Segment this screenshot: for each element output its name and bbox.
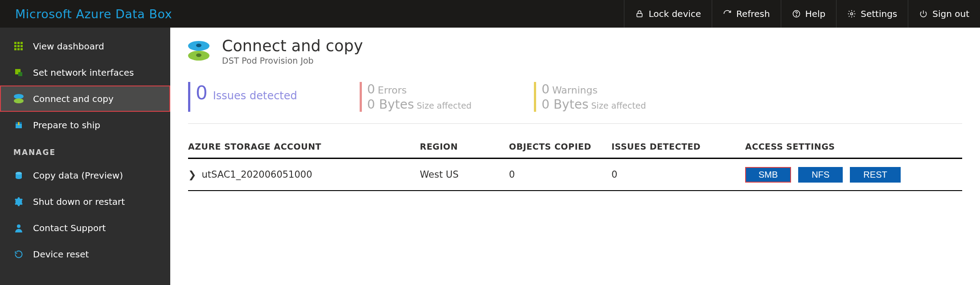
storage-table: AZURE STORAGE ACCOUNT REGION OBJECTS COP… xyxy=(188,142,962,191)
stat-warnings: 0Warnings 0 BytesSize affected xyxy=(534,82,646,112)
svg-rect-8 xyxy=(17,45,20,47)
sidebar-item-support[interactable]: Contact Support xyxy=(0,215,170,241)
col-objects: OBJECTS COPIED xyxy=(509,142,611,151)
svg-rect-17 xyxy=(18,122,20,125)
chevron-right-icon[interactable]: ❯ xyxy=(188,169,196,180)
col-issues: ISSUES DETECTED xyxy=(611,142,745,151)
help-button[interactable]: Help xyxy=(781,0,836,28)
svg-point-19 xyxy=(16,172,22,175)
disc-icon xyxy=(13,94,24,104)
refresh-label: Refresh xyxy=(736,8,770,19)
main-panel: Connect and copy DST Pod Provision Job 0… xyxy=(170,28,980,285)
col-account: AZURE STORAGE ACCOUNT xyxy=(188,142,420,151)
page-subtitle: DST Pod Provision Job xyxy=(222,56,363,65)
topbar: Microsoft Azure Data Box Lock device Ref… xyxy=(0,0,980,28)
svg-rect-6 xyxy=(21,42,23,44)
cell-issues: 0 xyxy=(611,169,745,180)
sidebar-item-label: Copy data (Preview) xyxy=(33,170,123,181)
sidebar-section-manage: MANAGE xyxy=(0,138,170,162)
svg-rect-12 xyxy=(21,48,23,50)
col-access: ACCESS SETTINGS xyxy=(745,142,962,151)
signout-button[interactable]: Sign out xyxy=(908,0,980,28)
lock-icon xyxy=(635,9,644,18)
stat-errors-bytes: 0 Bytes xyxy=(367,97,414,112)
sidebar-item-label: Shut down or restart xyxy=(33,196,125,207)
help-label: Help xyxy=(805,8,826,19)
sidebar: View dashboard Set network interfaces Co… xyxy=(0,28,170,285)
lock-device-button[interactable]: Lock device xyxy=(624,0,712,28)
svg-rect-4 xyxy=(14,42,16,44)
page-title: Connect and copy xyxy=(222,37,363,55)
stats-row: 0 Issues detected 0Errors 0 BytesSize af… xyxy=(188,82,962,124)
stat-warnings-sub: Size affected xyxy=(591,101,646,110)
stat-issues: 0 Issues detected xyxy=(188,82,297,112)
signout-label: Sign out xyxy=(932,8,969,19)
svg-rect-7 xyxy=(14,45,16,47)
reset-icon xyxy=(13,249,24,260)
sidebar-item-network[interactable]: Set network interfaces xyxy=(0,59,170,86)
stat-errors-count: 0 xyxy=(367,82,375,97)
refresh-button[interactable]: Refresh xyxy=(712,0,781,28)
sidebar-item-label: Set network interfaces xyxy=(33,67,134,78)
sidebar-item-prepare-ship[interactable]: Prepare to ship xyxy=(0,112,170,138)
svg-rect-5 xyxy=(17,42,20,44)
sidebar-item-label: View dashboard xyxy=(33,41,104,52)
lock-device-label: Lock device xyxy=(648,8,701,19)
sidebar-item-connect-copy[interactable]: Connect and copy xyxy=(0,86,170,112)
grid-icon xyxy=(13,41,24,52)
network-icon xyxy=(13,67,24,78)
svg-rect-10 xyxy=(14,48,16,50)
top-actions: Lock device Refresh Help Settings Sign o… xyxy=(624,0,980,28)
person-icon xyxy=(13,223,24,233)
settings-button[interactable]: Settings xyxy=(836,0,908,28)
stat-errors-sub: Size affected xyxy=(417,101,472,110)
sidebar-item-label: Contact Support xyxy=(33,223,106,233)
svg-rect-14 xyxy=(18,72,22,76)
smb-button[interactable]: SMB xyxy=(745,167,791,183)
table-header: AZURE STORAGE ACCOUNT REGION OBJECTS COP… xyxy=(188,142,962,159)
page-header: Connect and copy DST Pod Provision Job xyxy=(188,34,962,69)
sidebar-item-dashboard[interactable]: View dashboard xyxy=(0,33,170,59)
package-icon xyxy=(13,120,24,130)
stat-errors-label: Errors xyxy=(378,85,407,96)
help-icon xyxy=(792,9,801,18)
cell-account: utSAC1_202006051000 xyxy=(201,169,312,180)
gear-icon xyxy=(13,196,24,207)
sidebar-item-copy-data[interactable]: Copy data (Preview) xyxy=(0,162,170,188)
refresh-icon xyxy=(723,9,732,18)
svg-point-3 xyxy=(851,13,853,15)
rest-button[interactable]: REST xyxy=(850,167,900,183)
sidebar-item-reset[interactable]: Device reset xyxy=(0,241,170,267)
svg-rect-0 xyxy=(637,13,643,16)
settings-label: Settings xyxy=(861,8,897,19)
stat-warnings-count: 0 xyxy=(541,82,549,97)
sidebar-item-label: Connect and copy xyxy=(33,94,114,104)
col-region: REGION xyxy=(420,142,509,151)
access-buttons: SMB NFS REST xyxy=(745,167,962,183)
stat-issues-label: Issues detected xyxy=(213,90,297,102)
gear-icon xyxy=(847,9,856,18)
svg-point-20 xyxy=(17,224,21,228)
power-icon xyxy=(919,9,928,18)
stat-issues-count: 0 xyxy=(196,82,208,104)
table-row: ❯ utSAC1_202006051000 West US 0 0 SMB NF… xyxy=(188,159,962,191)
cell-objects: 0 xyxy=(509,169,611,180)
svg-rect-9 xyxy=(21,45,23,47)
brand: Microsoft Azure Data Box xyxy=(0,0,172,28)
database-icon xyxy=(13,170,24,181)
stat-warnings-label: Warnings xyxy=(552,85,598,96)
stat-errors: 0Errors 0 BytesSize affected xyxy=(360,82,472,112)
svg-point-2 xyxy=(796,16,796,16)
cell-region: West US xyxy=(420,169,509,180)
sidebar-item-label: Device reset xyxy=(33,249,89,260)
sidebar-item-shutdown[interactable]: Shut down or restart xyxy=(0,188,170,215)
sidebar-item-label: Prepare to ship xyxy=(33,120,100,130)
svg-rect-11 xyxy=(17,48,20,50)
nfs-button[interactable]: NFS xyxy=(798,167,843,183)
stat-warnings-bytes: 0 Bytes xyxy=(541,97,588,112)
disc-icon xyxy=(188,41,209,61)
